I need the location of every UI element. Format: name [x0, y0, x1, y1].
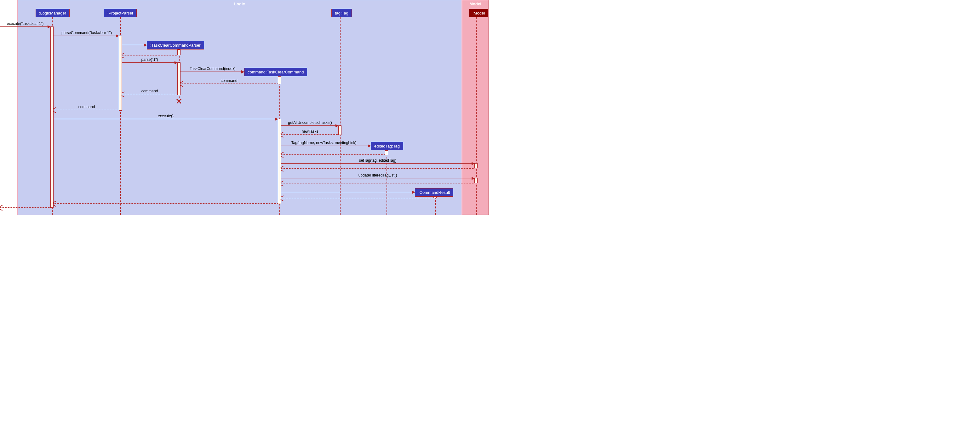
- msg-create-edited-tag: [281, 145, 371, 146]
- msg-return-update-list: [281, 183, 474, 183]
- msg-return-command-label: command: [221, 78, 237, 83]
- msg-return-exec: [54, 203, 278, 204]
- lifeline-model: [476, 18, 477, 215]
- activation-model-2: [474, 178, 477, 183]
- participant-logic-manager: :LogicManager: [36, 9, 70, 18]
- msg-parse: [122, 62, 177, 63]
- msg-return-result: [281, 198, 433, 198]
- msg-parsecommand-label: parseCommand("taskclear 1"): [61, 30, 112, 35]
- module-logic-title: Logic: [234, 2, 245, 6]
- msg-return-tccp-create: [122, 55, 177, 56]
- msg-return-command: [180, 83, 278, 84]
- msg-get-tasks-label: getAllUncompletedTasks(): [288, 120, 332, 125]
- msg-execute-command: [54, 119, 278, 119]
- msg-set-tag: [281, 163, 474, 164]
- participant-model: :Model: [469, 9, 488, 18]
- activation-projact-parser: [119, 36, 122, 111]
- participant-tccp: :TaskClearCommandParser: [147, 41, 204, 49]
- msg-return-tccp-label: command: [142, 89, 158, 93]
- msg-execute-label: execute("taskclear 1"): [7, 21, 44, 26]
- activation-command-create: [278, 76, 281, 84]
- lifeline-cmd-result: [435, 197, 436, 215]
- participant-cmd-result: :CommandResult: [415, 188, 453, 197]
- msg-return-tccp: [122, 94, 177, 94]
- activation-tag: [338, 125, 342, 135]
- activation-edited-tag: [385, 150, 388, 155]
- msg-create-command: [180, 72, 244, 72]
- participant-projact-parser: :ProjactParser: [104, 9, 137, 18]
- msg-set-tag-label: setTag(tag, editedTag): [359, 158, 396, 163]
- msg-return-tasks-label: newTasks: [302, 129, 318, 134]
- sequence-diagram: Logic Model :LogicManager :ProjactParser…: [0, 0, 490, 217]
- activation-logic-manager: [50, 27, 54, 208]
- msg-return-parser-label: command: [78, 105, 95, 109]
- msg-return-parser: [54, 110, 119, 110]
- participant-tag: tag:Tag: [331, 9, 352, 18]
- participant-command: command:TaskClearCommand: [244, 68, 307, 76]
- lifeline-tag: [340, 18, 340, 215]
- msg-return-external: [0, 207, 50, 208]
- activation-tccp-parse: [177, 62, 180, 95]
- msg-create-edited-tag-label: Tag(tagName, newTasks, meetingLink): [291, 140, 356, 145]
- msg-create-result: [281, 192, 415, 192]
- msg-update-list-label: updateFilteredTagList(): [358, 173, 397, 177]
- activation-model-1: [474, 163, 477, 168]
- msg-update-list: [281, 178, 474, 179]
- msg-parse-label: parse("1"): [141, 57, 158, 62]
- module-model-title: Model: [469, 2, 481, 6]
- msg-execute-command-label: execute(): [158, 114, 173, 118]
- msg-get-tasks: [281, 125, 338, 126]
- msg-return-set-tag: [281, 168, 474, 169]
- activation-command-exec: [278, 119, 281, 204]
- destroy-tccp: [176, 98, 182, 104]
- activation-tccp-create: [177, 49, 180, 55]
- participant-edited-tag: editedTag:Tag: [371, 142, 403, 150]
- msg-return-tasks: [281, 134, 338, 135]
- msg-create-command-label: TaskClearCommand(index): [189, 67, 235, 71]
